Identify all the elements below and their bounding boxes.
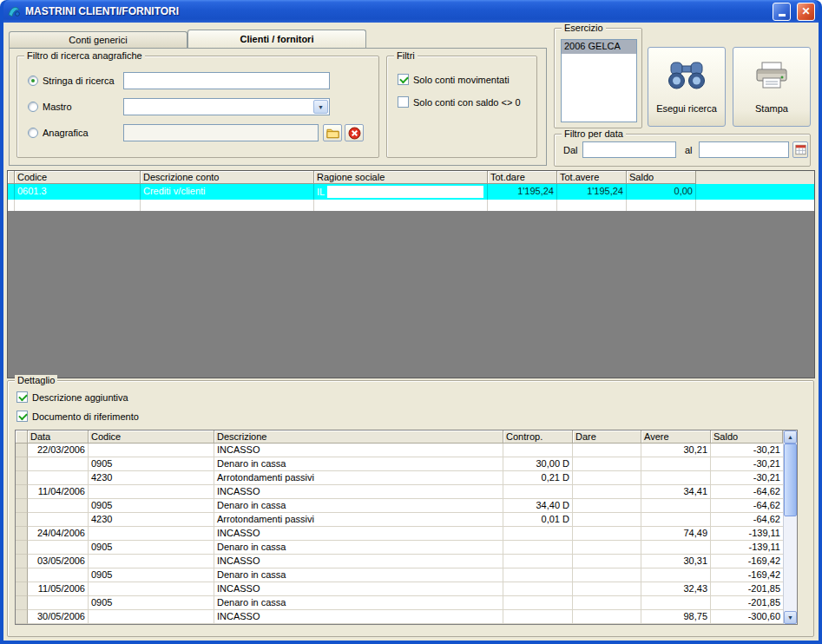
detail-row-selector[interactable]	[16, 485, 28, 499]
detail-row[interactable]: 24/04/2006INCASSO74,49-139,11	[16, 527, 783, 541]
detail-row-selector[interactable]	[16, 555, 28, 568]
detail-row[interactable]: 11/05/2006INCASSO32,43-201,85	[16, 582, 783, 596]
detail-row[interactable]: 4230Arrotondamenti passivi0,01 D-64,62	[16, 513, 783, 527]
detail-cell-codice: 4230	[89, 471, 214, 485]
detail-column-header[interactable]: Codice	[89, 430, 214, 444]
results-empty-cell	[557, 200, 627, 211]
esercizio-listbox[interactable]: 2006 GELCA	[561, 39, 637, 122]
detail-row-selector[interactable]	[16, 457, 28, 471]
detail-row[interactable]: 22/03/2006INCASSO30,21-30,21	[16, 444, 783, 457]
group-legend: Filtri	[394, 50, 418, 61]
detail-column-header[interactable]: Controp.	[503, 430, 573, 444]
checkbox-icon[interactable]	[398, 74, 409, 85]
ragione-sociale-edit-box[interactable]	[327, 186, 483, 198]
detail-row-selector[interactable]	[16, 582, 28, 596]
detail-row-selector[interactable]	[16, 527, 28, 541]
results-cell-tot-avere: 1'195,24	[557, 184, 627, 200]
results-cell-ragione-sociale[interactable]: IL	[314, 184, 488, 200]
detail-column-header[interactable]: Dare	[573, 430, 641, 444]
detail-row[interactable]: 0905Denaro in cassa34,40 D-64,62	[16, 499, 783, 513]
stampa-button[interactable]: Stampa	[733, 47, 811, 127]
results-column-header[interactable]: Tot.dare	[488, 171, 557, 184]
detail-row[interactable]: 03/05/2006INCASSO30,31-169,42	[16, 555, 783, 568]
stringa-ricerca-input[interactable]	[123, 72, 330, 89]
results-column-header[interactable]: Tot.avere	[557, 171, 627, 184]
close-icon: ✕	[801, 5, 810, 17]
esegui-ricerca-button[interactable]: Esegui ricerca	[648, 47, 726, 127]
esercizio-list-item[interactable]: 2006 GELCA	[562, 40, 636, 54]
radio-icon[interactable]	[28, 76, 38, 86]
detail-row[interactable]: 4230Arrotondamenti passivi0,21 D-30,21	[16, 471, 783, 485]
detail-row-selector[interactable]	[16, 513, 28, 527]
detail-row[interactable]: 11/04/2006INCASSO34,41-64,62	[16, 485, 783, 499]
results-empty-row[interactable]	[8, 200, 814, 211]
chevron-down-icon[interactable]: ▼	[313, 100, 328, 114]
detail-row[interactable]: 0905Denaro in cassa-139,11	[16, 541, 783, 555]
detail-column-header[interactable]: Saldo	[711, 430, 783, 444]
radio-mastro[interactable]: Mastro	[28, 102, 72, 112]
checkbox-documento-riferimento[interactable]: Documento di riferimento	[16, 411, 139, 422]
checkbox-solo-conti-saldo[interactable]: Solo conti con saldo <> 0	[398, 96, 521, 108]
detail-vertical-scrollbar[interactable]: ▲ ▼	[783, 430, 797, 624]
detail-row[interactable]: 0905Denaro in cassa30,00 D-30,21	[16, 457, 783, 471]
detail-cell-avere	[641, 499, 711, 513]
detail-row-selector[interactable]	[16, 541, 28, 555]
anagrafica-input[interactable]	[123, 124, 319, 141]
results-column-header[interactable]: Descrizione conto	[141, 171, 314, 184]
tab-label: Conti generici	[69, 35, 127, 45]
checkbox-solo-conti-movimentati[interactable]: Solo conti movimentati	[398, 74, 510, 85]
detail-row-selector[interactable]	[16, 610, 28, 624]
detail-column-header[interactable]: Descrizione	[214, 430, 503, 444]
scrollbar-thumb[interactable]	[784, 444, 797, 516]
checkbox-icon[interactable]	[16, 411, 28, 422]
detail-row-selector[interactable]	[16, 471, 28, 485]
detail-cell-saldo: -139,11	[711, 527, 783, 541]
detail-row[interactable]: 0905Denaro in cassa-201,85	[16, 596, 783, 610]
detail-row-selector[interactable]	[16, 596, 28, 610]
dal-date-input[interactable]	[582, 141, 676, 158]
checkbox-icon[interactable]	[398, 96, 409, 108]
detail-column-header[interactable]: Data	[28, 430, 89, 444]
detail-cell-avere	[641, 568, 711, 582]
tab-conti-generici[interactable]: Conti generici	[9, 31, 187, 48]
detail-row-selector[interactable]	[16, 499, 28, 513]
radio-icon[interactable]	[28, 102, 38, 112]
detail-cell-controp: 34,40 D	[503, 499, 573, 513]
detail-cell-data	[28, 471, 89, 485]
detail-row[interactable]: 30/05/2006INCASSO98,75-300,60	[16, 610, 783, 624]
tab-clienti-fornitori[interactable]: Clienti / fornitori	[187, 30, 366, 48]
mastro-combo[interactable]: ▼	[123, 98, 330, 115]
calendar-button[interactable]	[792, 141, 808, 158]
results-column-header[interactable]: Codice	[15, 171, 141, 184]
detail-row-selector[interactable]	[16, 568, 28, 582]
checkbox-label: Documento di riferimento	[32, 411, 139, 422]
radio-icon[interactable]	[28, 128, 38, 138]
title-bar[interactable]: MASTRINI CLIENTI/FORNITORI ✕	[3, 0, 819, 23]
results-selected-row[interactable]: 0601.3 Crediti v/clienti IL 1'195,24 1'1…	[8, 184, 814, 200]
minimize-button[interactable]	[773, 3, 791, 21]
close-button[interactable]: ✕	[797, 3, 815, 21]
scroll-down-button[interactable]: ▼	[784, 611, 797, 624]
anagrafica-browse-button[interactable]	[323, 124, 342, 141]
detail-row[interactable]: 0905Denaro in cassa-169,42	[16, 568, 783, 582]
checkbox-icon[interactable]	[16, 391, 28, 403]
detail-cell-saldo: -169,42	[711, 568, 783, 582]
detail-cell-controp	[503, 444, 573, 457]
radio-anagrafica[interactable]: Anagrafica	[28, 128, 89, 138]
detail-column-header[interactable]: Avere	[641, 430, 711, 444]
scroll-up-button[interactable]: ▲	[784, 430, 797, 444]
detail-row-selector[interactable]	[16, 444, 28, 457]
group-filtri: Filtri Solo conti movimentati Solo conti…	[386, 56, 537, 158]
results-header-row: Codice Descrizione conto Ragione sociale…	[8, 171, 814, 184]
detail-cell-descrizione: INCASSO	[214, 582, 503, 596]
checkbox-label: Solo conti con saldo <> 0	[413, 97, 521, 108]
anagrafica-clear-button[interactable]	[345, 124, 364, 141]
detail-cell-saldo: -30,21	[711, 444, 783, 457]
detail-cell-controp: 30,00 D	[503, 457, 573, 471]
radio-stringa-di-ricerca[interactable]: Stringa di ricerca	[28, 76, 115, 86]
results-column-header[interactable]: Saldo	[627, 171, 696, 184]
al-date-input[interactable]	[699, 141, 789, 158]
checkbox-descrizione-aggiuntiva[interactable]: Descrizione aggiuntiva	[16, 391, 128, 403]
scrollbar-track[interactable]	[784, 444, 797, 611]
results-column-header[interactable]: Ragione sociale	[314, 171, 488, 184]
